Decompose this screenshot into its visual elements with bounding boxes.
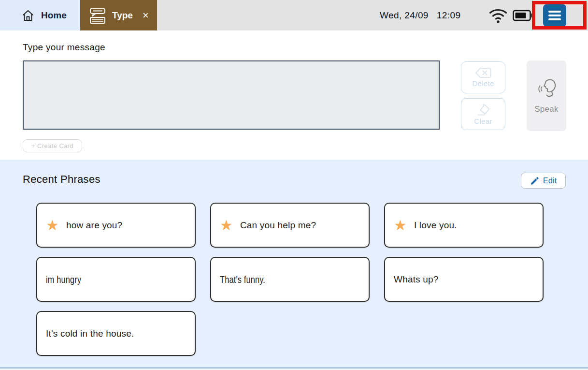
speak-button[interactable]: Speak <box>527 60 566 131</box>
tab-type[interactable]: Type × <box>80 0 157 30</box>
phrase-card[interactable]: ★ That's funny. <box>210 257 370 302</box>
recent-phrases-title: Recent Phrases <box>23 173 100 186</box>
phrase-text: Whats up? <box>394 274 439 285</box>
phrase-card[interactable]: ★ It's cold in the house. <box>36 311 196 356</box>
tab-home[interactable]: Home <box>0 0 80 30</box>
home-tab-label: Home <box>41 10 67 21</box>
top-bar: Home Type × Wed, 24/09 12:09 <box>0 0 588 30</box>
clock-date: Wed, 24/09 <box>380 10 429 21</box>
phrase-text: how are you? <box>66 220 122 231</box>
phrase-text: It's cold in the house. <box>46 328 134 339</box>
phrase-card[interactable]: ★ I love you. <box>384 203 544 248</box>
delete-button[interactable]: Delete <box>461 61 505 93</box>
phrase-card[interactable]: ★ Whats up? <box>384 257 544 302</box>
type-tab-label: Type <box>112 10 133 21</box>
edit-button-label: Edit <box>543 176 557 185</box>
wifi-icon <box>488 7 508 24</box>
hamburger-icon <box>548 11 561 13</box>
menu-button[interactable] <box>543 4 566 27</box>
favorite-star-icon: ★ <box>394 218 407 233</box>
clock: Wed, 24/09 12:09 <box>380 0 460 30</box>
aac-type-screen: Home Type × Wed, 24/09 12:09 <box>0 0 588 370</box>
phrase-card[interactable]: ★ Can you help me? <box>210 203 370 248</box>
favorite-star-icon: ★ <box>46 218 59 233</box>
recent-phrases-section: Recent Phrases Edit ★ how are you? ★ Can… <box>0 160 588 370</box>
phrase-text: That's funny. <box>220 274 265 285</box>
backspace-icon <box>475 67 491 78</box>
create-card-button[interactable]: + Create Card <box>23 139 82 152</box>
type-tab-close-icon[interactable]: × <box>143 10 149 21</box>
type-keyboard-icon <box>89 6 106 25</box>
message-input[interactable] <box>23 60 440 130</box>
bottom-divider <box>0 367 588 369</box>
battery-icon <box>513 10 534 21</box>
compose-label: Type your message <box>23 42 105 53</box>
delete-button-label: Delete <box>472 79 494 88</box>
phrase-text: Can you help me? <box>240 220 316 231</box>
phrase-grid: ★ how are you? ★ Can you help me? ★ I lo… <box>36 203 544 356</box>
home-icon <box>21 9 35 22</box>
speaking-head-icon <box>535 77 558 101</box>
compose-section: Type your message Delete Clear <box>0 30 588 160</box>
favorite-star-icon: ★ <box>220 218 233 233</box>
clear-button-label: Clear <box>474 117 492 125</box>
clock-time: 12:09 <box>437 10 461 21</box>
pencil-icon <box>530 176 539 185</box>
phrase-card[interactable]: ★ how are you? <box>36 203 196 248</box>
phrase-card[interactable]: ★ im hungry <box>36 257 196 302</box>
edit-button[interactable]: Edit <box>521 173 566 189</box>
eraser-icon <box>476 103 490 116</box>
clear-button[interactable]: Clear <box>461 98 505 130</box>
phrase-text: im hungry <box>46 274 81 285</box>
phrase-text: I love you. <box>414 220 457 231</box>
speak-button-label: Speak <box>534 104 559 114</box>
